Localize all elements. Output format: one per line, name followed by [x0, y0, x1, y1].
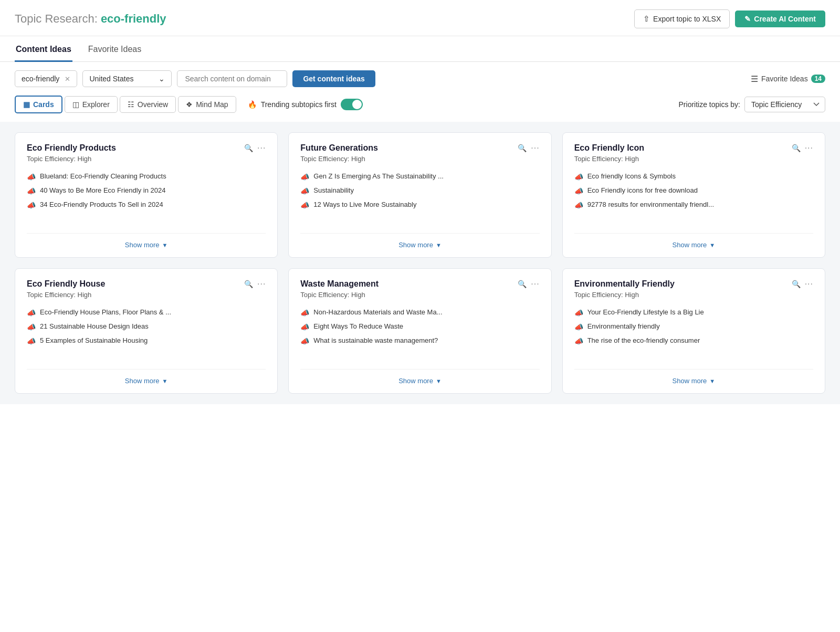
- item-text: 34 Eco-Friendly Products To Sell in 2024: [40, 201, 163, 208]
- view-overview-button[interactable]: ☷ Overview: [120, 96, 176, 113]
- card-efficiency: Topic Efficiency: High: [574, 155, 813, 163]
- domain-search-input[interactable]: [177, 70, 287, 87]
- item-text: 12 Ways to Live More Sustainably: [313, 201, 416, 208]
- topic-card: Eco Friendly Products🔍···Topic Efficienc…: [15, 132, 278, 258]
- item-text: Environmentally friendly: [587, 322, 660, 330]
- show-more-button[interactable]: Show more ▼: [300, 233, 539, 257]
- trending-up-icon: 📣: [27, 309, 36, 317]
- search-icon[interactable]: 🔍: [518, 144, 527, 152]
- card-header: Eco Friendly House🔍···: [27, 279, 266, 289]
- tab-bar: Content Ideas Favorite Ideas: [0, 36, 840, 62]
- clear-search-icon[interactable]: ✕: [65, 75, 70, 83]
- title-keyword: eco-friendly: [101, 12, 166, 25]
- item-text: 21 Sustainable House Design Ideas: [40, 322, 149, 330]
- create-ai-content-button[interactable]: ✎ Create AI Content: [735, 10, 825, 27]
- list-item[interactable]: 📣Eight Ways To Reduce Waste: [300, 322, 539, 331]
- show-more-button[interactable]: Show more ▼: [27, 233, 266, 257]
- topic-card: Waste Management🔍···Topic Efficiency: Hi…: [288, 268, 551, 394]
- item-text: Non-Hazardous Materials and Waste Ma...: [313, 308, 442, 316]
- search-icon[interactable]: 🔍: [244, 144, 253, 152]
- list-item[interactable]: 📣The rise of the eco-friendly consumer: [574, 336, 813, 345]
- trending-up-icon: 📣: [574, 309, 583, 317]
- show-more-button[interactable]: Show more ▼: [574, 233, 813, 257]
- trending-section: 🔥 Trending subtopics first: [248, 99, 363, 110]
- view-explorer-button[interactable]: ◫ Explorer: [65, 96, 118, 113]
- list-item[interactable]: 📣21 Sustainable House Design Ideas: [27, 322, 266, 331]
- search-tag: eco-friendly ✕: [15, 70, 77, 87]
- search-icon[interactable]: 🔍: [518, 280, 527, 288]
- card-actions: 🔍···: [244, 143, 266, 153]
- export-button[interactable]: ⇧ Export topic to XLSX: [634, 9, 730, 28]
- more-options-icon[interactable]: ···: [257, 143, 266, 153]
- prioritize-select[interactable]: Topic Efficiency Search Volume Keyword D…: [744, 97, 825, 112]
- show-more-label: Show more: [673, 377, 707, 385]
- tab-content-ideas[interactable]: Content Ideas: [15, 36, 72, 62]
- list-item[interactable]: 📣Blueland: Eco-Friendly Cleaning Product…: [27, 172, 266, 181]
- chevron-down-icon: ▼: [436, 242, 442, 248]
- card-title: Eco Friendly Products: [27, 143, 244, 153]
- item-text: Sustainability: [313, 186, 354, 194]
- list-item[interactable]: 📣What is sustainable waste management?: [300, 336, 539, 345]
- card-actions: 🔍···: [518, 143, 539, 153]
- speaker-icon: 📣: [27, 337, 36, 345]
- create-label: Create AI Content: [754, 15, 816, 23]
- list-item[interactable]: 📣12 Ways to Live More Sustainably: [300, 201, 539, 209]
- list-item[interactable]: 📣Eco friendly Icons & Symbols: [574, 172, 813, 181]
- show-more-button[interactable]: Show more ▼: [300, 369, 539, 393]
- trending-up-icon: 📣: [300, 173, 309, 181]
- list-item[interactable]: 📣Non-Hazardous Materials and Waste Ma...: [300, 308, 539, 317]
- list-item[interactable]: 📣40 Ways to Be More Eco Friendly in 2024: [27, 186, 266, 195]
- favorite-ideas-button[interactable]: ☰ Favorite Ideas 14: [751, 74, 825, 84]
- list-item[interactable]: 📣5 Examples of Sustainable Housing: [27, 336, 266, 345]
- item-text: 5 Examples of Sustainable Housing: [40, 336, 148, 344]
- view-cards-button[interactable]: ▦ Cards: [15, 96, 62, 113]
- tab-favorite-ideas[interactable]: Favorite Ideas: [87, 36, 142, 62]
- get-content-ideas-button[interactable]: Get content ideas: [292, 70, 375, 87]
- prioritize-label: Prioritize topics by:: [679, 100, 740, 109]
- export-icon: ⇧: [643, 14, 650, 24]
- trending-label: Trending subtopics first: [261, 100, 337, 109]
- card-items: 📣Gen Z Is Emerging As The Sustainability…: [300, 172, 539, 225]
- card-actions: 🔍···: [244, 279, 266, 289]
- list-item[interactable]: 📣Environmentally friendly: [574, 322, 813, 331]
- chevron-down-icon: ▼: [709, 378, 715, 384]
- show-more-button[interactable]: Show more ▼: [574, 369, 813, 393]
- more-options-icon[interactable]: ···: [805, 279, 813, 289]
- list-item[interactable]: 📣Eco Friendly icons for free download: [574, 186, 813, 195]
- show-more-button[interactable]: Show more ▼: [27, 369, 266, 393]
- mindmap-icon: ❖: [186, 100, 193, 109]
- search-icon[interactable]: 🔍: [792, 280, 801, 288]
- speaker-icon: 📣: [574, 187, 583, 195]
- view-mindmap-button[interactable]: ❖ Mind Map: [178, 96, 236, 113]
- more-options-icon[interactable]: ···: [805, 143, 813, 153]
- trending-toggle[interactable]: [341, 99, 363, 110]
- list-item[interactable]: 📣34 Eco-Friendly Products To Sell in 202…: [27, 201, 266, 209]
- item-text: Eco-Friendly House Plans, Floor Plans & …: [40, 308, 171, 316]
- list-item[interactable]: 📣Gen Z Is Emerging As The Sustainability…: [300, 172, 539, 181]
- more-options-icon[interactable]: ···: [531, 143, 539, 153]
- toolbar: eco-friendly ✕ United States ⌄ Get conte…: [0, 62, 840, 96]
- explorer-icon: ◫: [72, 100, 79, 109]
- item-text: Eco friendly Icons & Symbols: [587, 172, 676, 180]
- explorer-label: Explorer: [82, 100, 110, 109]
- search-icon[interactable]: 🔍: [244, 280, 253, 288]
- item-text: The rise of the eco-friendly consumer: [587, 336, 700, 344]
- card-actions: 🔍···: [792, 143, 813, 153]
- view-bar: ▦ Cards ◫ Explorer ☷ Overview ❖ Mind Map…: [0, 96, 840, 122]
- country-select[interactable]: United States ⌄: [82, 70, 172, 87]
- favorite-label: Favorite Ideas: [761, 75, 808, 83]
- list-item[interactable]: 📣Eco-Friendly House Plans, Floor Plans &…: [27, 308, 266, 317]
- list-item[interactable]: 📣Sustainability: [300, 186, 539, 195]
- item-text: Your Eco-Friendly Lifestyle Is a Big Lie: [587, 308, 704, 316]
- list-item[interactable]: 📣Your Eco-Friendly Lifestyle Is a Big Li…: [574, 308, 813, 317]
- trending-up-icon: 📣: [574, 173, 583, 181]
- card-header: Future Generations🔍···: [300, 143, 539, 153]
- top-header: Topic Research: eco-friendly ⇧ Export to…: [0, 0, 840, 36]
- speaker-icon: 📣: [574, 337, 583, 345]
- more-options-icon[interactable]: ···: [257, 279, 266, 289]
- more-options-icon[interactable]: ···: [531, 279, 539, 289]
- list-item[interactable]: 📣92778 results for environmentally frien…: [574, 201, 813, 209]
- search-icon[interactable]: 🔍: [792, 144, 801, 152]
- overview-label: Overview: [138, 100, 168, 109]
- show-more-label: Show more: [398, 377, 433, 385]
